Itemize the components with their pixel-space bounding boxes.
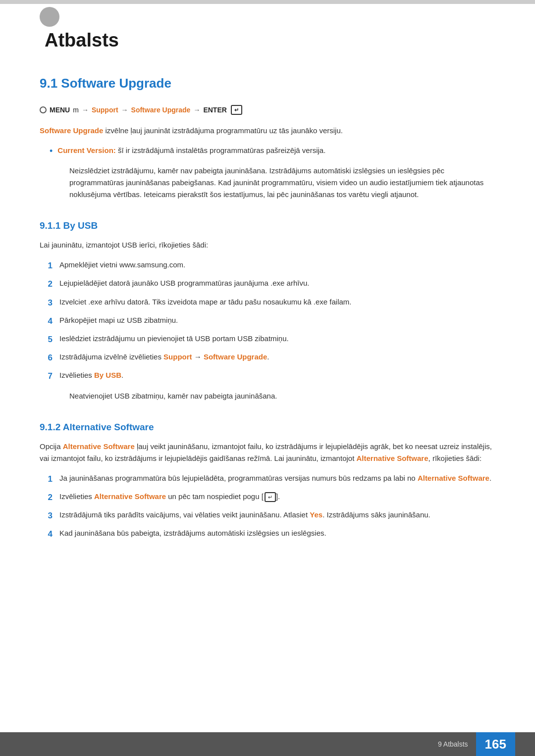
step-3: 3 Izvelciet .exe arhīvu datorā. Tiks izv…	[45, 296, 495, 309]
section-911-steps: 1 Apmeklējiet vietni www.samsung.com. 2 …	[45, 259, 495, 383]
section-911-intro: Lai jauninātu, izmantojot USB ierīci, rī…	[40, 239, 495, 251]
alt-software-intro-highlight: Alternative Software	[63, 442, 135, 451]
software-upgrade-highlight: Software Upgrade	[40, 126, 103, 135]
step-4: 4 Pārkopējiet mapi uz USB zibatmiņu.	[45, 314, 495, 328]
section-911-note: Neatvienojiet USB zibatmiņu, kamēr nav p…	[69, 390, 495, 402]
software-upgrade-label: Software Upgrade	[131, 106, 191, 114]
step-5: 5 Ieslēdziet izstrādājumu un pievienojie…	[45, 333, 495, 346]
section-91-heading: 9.1 Software Upgrade	[40, 76, 495, 91]
step-7: 7 Izvēlieties By USB.	[45, 369, 495, 383]
page-footer: 9 Atbalsts 165	[0, 732, 535, 756]
top-circle-decoration	[40, 7, 59, 27]
current-version-label: Current Version:	[57, 146, 116, 154]
arrow-2: →	[121, 106, 128, 114]
alt-step-3: 3 Izstrādājumā tiks parādīts vaicājums, …	[45, 509, 495, 522]
alt-step-1: 1 Ja jaunināšanas programmatūra būs leju…	[45, 472, 495, 486]
section-912-heading: 9.1.2 Alternative Software	[40, 422, 495, 433]
alt-step-2: 2 Izvēlieties Alternative Software un pē…	[45, 491, 495, 504]
alt-step-4: 4 Kad jaunināšana būs pabeigta, izstrādā…	[45, 527, 495, 541]
current-version-bullet-list: • Current Version: šī ir izstrādājumā in…	[50, 145, 495, 158]
enter-label: ENTER	[203, 106, 226, 114]
top-bar	[0, 0, 535, 4]
bullet-dot: •	[50, 145, 53, 158]
enter-key-icon: ↵	[231, 105, 242, 115]
section-912-steps: 1 Ja jaunināšanas programmatūra būs leju…	[45, 472, 495, 541]
step-1: 1 Apmeklējiet vietni www.samsung.com.	[45, 259, 495, 272]
support-label: Support	[92, 106, 118, 114]
alt-software-intro-highlight2: Alternative Software	[357, 454, 428, 462]
footer-section-label: 9 Atbalsts	[438, 740, 468, 748]
arrow-3: →	[193, 106, 200, 114]
arrow-1: →	[82, 106, 89, 114]
current-version-text: Current Version: šī ir izstrādājumā inst…	[57, 145, 325, 156]
section-91-note: Neizslēdziet izstrādājumu, kamēr nav pab…	[69, 165, 495, 201]
footer-page-number: 165	[476, 732, 515, 756]
step-2: 2 Lejupielādējiet datorā jaunāko USB pro…	[45, 277, 495, 291]
current-version-bullet-item: • Current Version: šī ir izstrādājumā in…	[50, 145, 495, 158]
section-91-intro: Software Upgrade izvēlne ļauj jaunināt i…	[40, 125, 495, 137]
menu-m: m	[73, 106, 79, 114]
menu-path: MENU m → Support → Software Upgrade → EN…	[40, 105, 495, 115]
section-912-intro: Opcija Alternative Software ļauj veikt j…	[40, 441, 495, 464]
section-911-heading: 9.1.1 By USB	[40, 220, 495, 231]
enter-key-icon-2: ↵	[265, 492, 276, 502]
page-title: Atbalsts	[40, 0, 495, 51]
menu-circle-icon	[40, 106, 47, 113]
menu-label: MENU	[50, 106, 70, 114]
step-6: 6 Izstrādājuma izvēlnē izvēlieties Suppo…	[45, 351, 495, 364]
